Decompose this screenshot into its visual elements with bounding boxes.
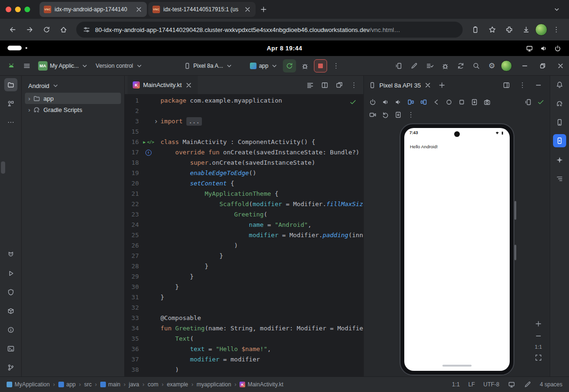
restore-icon[interactable] [539, 62, 546, 70]
share-clipboard-button[interactable] [467, 22, 483, 38]
project-tool-button[interactable] [4, 78, 17, 91]
android-overview-button[interactable] [456, 96, 468, 108]
version-control-tool-button[interactable] [4, 361, 17, 374]
detach-editor-button[interactable] [333, 79, 346, 92]
logcat-tool-button[interactable] [4, 248, 17, 261]
fold-right-button[interactable] [417, 96, 430, 108]
new-tab-button[interactable] [257, 3, 270, 16]
close-window-button[interactable] [6, 7, 11, 12]
breadcrumb-item[interactable]: example [167, 381, 188, 388]
device-manager-tool-button[interactable] [553, 116, 566, 129]
resource-manager-tool-button[interactable] [4, 97, 17, 110]
debug-button[interactable] [298, 59, 312, 72]
gemini-tool-button[interactable] [553, 153, 566, 167]
breadcrumb-item[interactable]: main [100, 381, 120, 388]
fold-left-button[interactable] [405, 96, 417, 108]
volume-down-button[interactable] [392, 96, 404, 108]
camera-button[interactable] [481, 96, 493, 108]
browser-profile-avatar[interactable] [535, 24, 547, 36]
run-gutter-icon[interactable]: ▶ [143, 140, 145, 144]
editor-list-button[interactable] [304, 79, 317, 92]
screenshot-button[interactable] [468, 96, 481, 108]
device-tab-close-button[interactable] [424, 81, 432, 89]
task-list-button[interactable] [423, 59, 436, 72]
editor-tab-close-button[interactable] [185, 81, 192, 89]
bookmark-button[interactable] [484, 22, 500, 38]
running-devices-tool-button[interactable] [553, 134, 566, 147]
device-streaming-button[interactable] [392, 59, 405, 72]
minimize-window-button[interactable] [15, 7, 21, 12]
main-menu-button[interactable] [20, 59, 33, 72]
run-configuration-selector[interactable]: app [248, 59, 280, 72]
app-quality-insights-tool-button[interactable] [4, 286, 17, 299]
tool-window-handle[interactable] [1, 161, 5, 174]
reset-view-button[interactable] [379, 109, 392, 121]
ide-profile-avatar[interactable] [501, 60, 512, 72]
snapshot-button[interactable] [392, 109, 404, 121]
remote-display-icon[interactable] [508, 381, 515, 388]
back-button[interactable] [5, 22, 21, 38]
expand-chevron-icon[interactable]: › [28, 107, 30, 113]
extensions-button[interactable] [501, 22, 517, 38]
volume-up-button[interactable] [379, 96, 392, 108]
caret-position[interactable]: 1:1 [452, 381, 460, 388]
forward-button[interactable] [22, 22, 38, 38]
compose-gutter-icon[interactable]: </> [147, 137, 154, 147]
fold-gutter-icon[interactable]: › [154, 118, 158, 125]
add-device-button[interactable] [435, 79, 449, 92]
breadcrumb-item[interactable]: myapplication [197, 381, 231, 388]
more-run-actions-button[interactable] [329, 59, 343, 72]
minimize-icon[interactable] [521, 62, 529, 70]
android-home-button[interactable] [443, 96, 455, 108]
layout-options-button[interactable] [500, 79, 513, 92]
split-editor-button[interactable] [318, 79, 331, 92]
breadcrumb-item[interactable]: KMainActivity.kt [240, 381, 283, 388]
tab-close-button[interactable] [135, 6, 143, 13]
vcs-widget[interactable]: Version control [93, 59, 145, 72]
screen-record-button[interactable] [367, 109, 379, 121]
run-tool-button[interactable] [4, 267, 17, 280]
device-more-button[interactable] [405, 109, 417, 121]
zoom-in-button[interactable] [534, 320, 543, 328]
run-button[interactable] [283, 59, 296, 72]
zoom-window-button[interactable] [24, 7, 30, 12]
more-tool-windows-button[interactable] [4, 116, 17, 129]
gutter-slot[interactable]: ↑ [139, 147, 160, 158]
line-separator[interactable]: LF [468, 381, 475, 388]
gutter-slot[interactable]: › [139, 116, 160, 127]
notifications-tool-button[interactable] [553, 78, 566, 91]
browser-menu-button[interactable] [548, 22, 564, 38]
problems-tool-button[interactable] [4, 323, 17, 336]
pen-icon[interactable] [524, 381, 531, 388]
breadcrumb-item[interactable]: app [58, 381, 76, 388]
breadcrumb-item[interactable]: com [148, 381, 159, 388]
device-tab[interactable]: Pixel 8a API 35 [369, 81, 432, 89]
app-inspection-tool-button[interactable] [4, 304, 17, 318]
search-everywhere-button[interactable] [470, 59, 483, 72]
browser-tab-active[interactable]: VNC idx-my-android-app-1744140 [40, 2, 147, 17]
hide-panel-button[interactable] [532, 79, 545, 92]
project-widget[interactable]: MA My Applic... [36, 59, 91, 72]
gradle-tool-button[interactable] [553, 97, 566, 110]
inspections-ok-icon[interactable] [349, 98, 357, 109]
zoom-out-button[interactable] [534, 332, 543, 340]
tab-search-button[interactable] [550, 3, 563, 16]
downloads-button[interactable] [518, 22, 534, 38]
gradle-sync-button[interactable] [454, 59, 467, 72]
tab-close-button[interactable] [244, 6, 251, 13]
device-power-button[interactable] [367, 96, 379, 108]
override-gutter-icon[interactable]: ↑ [145, 150, 152, 156]
reload-button[interactable] [39, 22, 55, 38]
stop-button[interactable] [314, 59, 327, 72]
gutter-slot[interactable]: ▶</> [139, 137, 160, 147]
zoom-fit-button[interactable] [534, 353, 543, 362]
gemini-button[interactable] [408, 59, 421, 72]
breadcrumb-item[interactable]: src [84, 381, 92, 388]
breadcrumb-item[interactable]: MyApplication [7, 381, 50, 388]
settings-button[interactable]: ⚙ [485, 59, 498, 72]
code-editor[interactable]: 1package com.example.myapplication23›imp… [125, 95, 363, 376]
home-button[interactable] [56, 22, 72, 38]
editor-options-button[interactable] [347, 79, 361, 92]
breadcrumb-item[interactable]: java [129, 381, 139, 388]
display-mode-button[interactable] [522, 96, 534, 108]
